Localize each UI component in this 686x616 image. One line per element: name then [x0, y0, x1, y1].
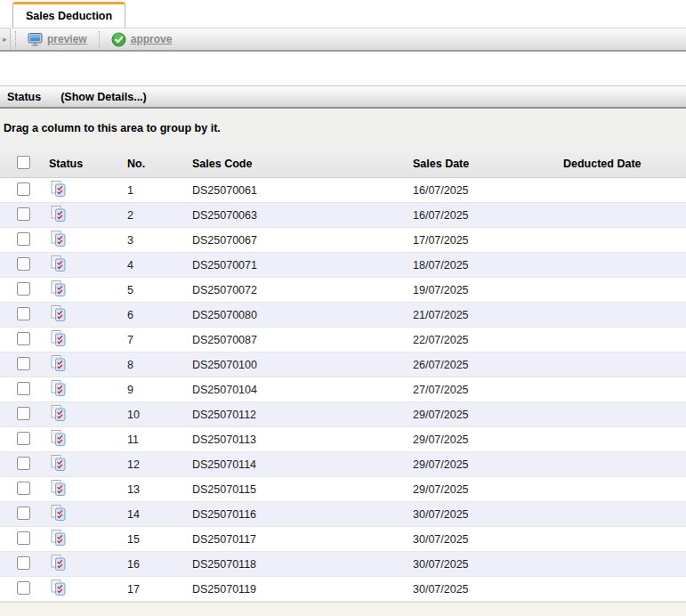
table-row[interactable]: 8 DS25070100 26/07/2025 — [0, 353, 686, 377]
row-checkbox[interactable] — [17, 232, 30, 246]
row-sales-code: DS25070118 — [192, 558, 413, 571]
table-row[interactable]: 9 DS25070104 27/07/2025 — [0, 377, 686, 402]
status-document-icon[interactable] — [51, 455, 66, 471]
status-document-icon[interactable] — [51, 530, 66, 546]
row-no: 16 — [127, 558, 192, 571]
table-row[interactable]: 12 DS25070114 29/07/2025 — [0, 452, 686, 477]
row-no: 10 — [127, 409, 192, 421]
row-checkbox[interactable] — [17, 332, 30, 345]
row-checkbox[interactable] — [17, 207, 30, 221]
row-status-cell — [49, 305, 127, 324]
row-checkbox-cell — [0, 407, 49, 423]
row-checkbox[interactable] — [17, 531, 30, 545]
status-document-icon[interactable] — [51, 580, 66, 596]
row-checkbox[interactable] — [17, 282, 30, 296]
show-details-link[interactable]: (Show Details...) — [41, 91, 147, 103]
row-status-cell — [49, 530, 127, 548]
row-sales-date: 18/07/2025 — [413, 259, 563, 272]
status-panel-title: Status — [0, 91, 41, 103]
select-all-checkbox[interactable] — [17, 156, 30, 169]
toolbar-overflow-handle[interactable]: ▸ — [0, 28, 11, 50]
row-sales-date: 26/07/2025 — [413, 359, 563, 371]
preview-button[interactable]: preview — [20, 28, 94, 50]
row-status-cell — [49, 430, 127, 449]
row-checkbox[interactable] — [17, 407, 30, 420]
row-checkbox[interactable] — [17, 432, 30, 445]
row-status-cell — [49, 255, 127, 274]
table-row[interactable]: 6 DS25070080 21/07/2025 — [0, 303, 686, 328]
approve-button[interactable]: approve — [104, 28, 180, 50]
table-row[interactable]: 2 DS25070063 16/07/2025 — [0, 203, 686, 228]
row-no: 11 — [127, 434, 192, 446]
status-document-icon[interactable] — [51, 305, 66, 321]
table-row[interactable]: 13 DS25070115 29/07/2025 — [0, 477, 686, 502]
row-sales-code: DS25070115 — [192, 483, 413, 496]
row-sales-code: DS25070087 — [192, 334, 413, 346]
row-checkbox[interactable] — [17, 307, 30, 320]
row-no: 5 — [127, 284, 192, 296]
table-row[interactable]: 1 DS25070061 16/07/2025 — [0, 178, 686, 203]
status-document-icon[interactable] — [51, 280, 66, 296]
toolbar-separator — [15, 31, 16, 47]
header-cell-status[interactable]: Status — [49, 158, 127, 170]
toolbar: ▸ preview approve — [0, 28, 686, 52]
row-checkbox[interactable] — [17, 357, 30, 370]
row-checkbox[interactable] — [17, 257, 30, 271]
tab-sales-deduction[interactable]: Sales Deduction — [12, 2, 125, 28]
row-checkbox[interactable] — [17, 556, 30, 570]
table-row[interactable]: 17 DS25070119 30/07/2025 — [0, 577, 686, 602]
row-checkbox[interactable] — [17, 482, 30, 495]
status-document-icon[interactable] — [51, 555, 66, 571]
table-row[interactable]: 10 DS25070112 29/07/2025 — [0, 402, 686, 427]
row-sales-code: DS25070061 — [192, 184, 413, 197]
row-no: 3 — [127, 234, 192, 247]
table-row[interactable]: 3 DS25070067 17/07/2025 — [0, 228, 686, 253]
row-checkbox[interactable] — [17, 581, 30, 595]
row-sales-code: DS25070063 — [192, 209, 413, 222]
status-document-icon[interactable] — [51, 480, 66, 496]
status-document-icon[interactable] — [51, 206, 66, 222]
status-document-icon[interactable] — [51, 505, 66, 521]
row-sales-code: DS25070112 — [192, 409, 413, 421]
table-header: Status No. Sales Code Sales Date Deducte… — [0, 150, 686, 178]
table-body: 1 DS25070061 16/07/2025 2 DS25070063 16/… — [0, 178, 686, 602]
row-checkbox[interactable] — [17, 382, 30, 395]
status-document-icon[interactable] — [51, 405, 66, 421]
table-row[interactable]: 14 DS25070116 30/07/2025 — [0, 502, 686, 527]
row-sales-code: DS25070119 — [192, 583, 413, 596]
table-row[interactable]: 11 DS25070113 29/07/2025 — [0, 427, 686, 452]
row-sales-code: DS25070067 — [192, 234, 413, 247]
row-sales-date: 29/07/2025 — [413, 434, 563, 446]
row-status-cell — [49, 280, 127, 299]
header-cell-sales-code[interactable]: Sales Code — [192, 158, 413, 170]
row-checkbox[interactable] — [17, 507, 30, 520]
status-document-icon[interactable] — [51, 181, 66, 197]
header-cell-deducted-date[interactable]: Deducted Date — [563, 158, 686, 170]
status-document-icon[interactable] — [51, 355, 66, 371]
tab-bar: Sales Deduction — [0, 0, 686, 28]
table-row[interactable]: 7 DS25070087 22/07/2025 — [0, 328, 686, 353]
row-no: 1 — [127, 184, 192, 197]
table-row[interactable]: 15 DS25070117 30/07/2025 — [0, 527, 686, 552]
table-row[interactable]: 4 DS25070071 18/07/2025 — [0, 253, 686, 278]
row-sales-date: 30/07/2025 — [413, 583, 563, 596]
row-status-cell — [49, 206, 127, 224]
row-status-cell — [49, 455, 127, 474]
table-row[interactable]: 5 DS25070072 19/07/2025 — [0, 278, 686, 303]
row-checkbox[interactable] — [17, 457, 30, 470]
header-cell-sales-date[interactable]: Sales Date — [413, 158, 563, 170]
row-sales-date: 16/07/2025 — [413, 209, 563, 222]
header-cell-no[interactable]: No. — [127, 158, 192, 170]
row-sales-date: 19/07/2025 — [413, 284, 563, 296]
status-document-icon[interactable] — [51, 330, 66, 346]
table-row[interactable]: 16 DS25070118 30/07/2025 — [0, 552, 686, 577]
status-document-icon[interactable] — [51, 231, 66, 247]
row-checkbox[interactable] — [17, 182, 30, 196]
status-document-icon[interactable] — [51, 380, 66, 396]
row-sales-code: DS25070104 — [192, 384, 413, 396]
group-by-drop-area[interactable]: Drag a column to this area to group by i… — [0, 109, 686, 150]
status-document-icon[interactable] — [51, 255, 66, 272]
row-status-cell — [49, 181, 127, 199]
row-no: 6 — [127, 309, 192, 321]
status-document-icon[interactable] — [51, 430, 66, 446]
